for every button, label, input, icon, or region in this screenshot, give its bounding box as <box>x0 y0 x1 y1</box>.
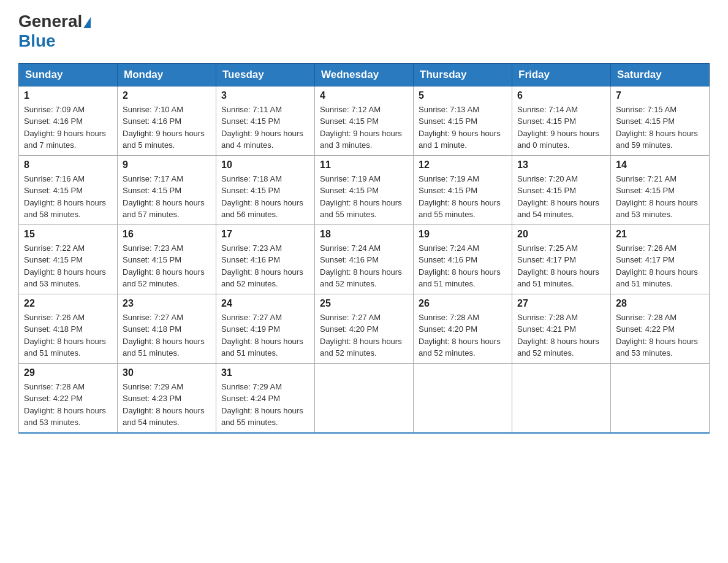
day-cell-25: 25Sunrise: 7:27 AMSunset: 4:20 PMDayligh… <box>315 294 414 363</box>
header-monday: Monday <box>118 63 216 86</box>
header-wednesday: Wednesday <box>315 63 414 86</box>
day-number: 15 <box>24 229 112 240</box>
day-cell-27: 27Sunrise: 7:28 AMSunset: 4:21 PMDayligh… <box>512 294 611 363</box>
day-cell-6: 6Sunrise: 7:14 AMSunset: 4:15 PMDaylight… <box>512 86 611 155</box>
day-cell-5: 5Sunrise: 7:13 AMSunset: 4:15 PMDaylight… <box>414 86 512 155</box>
day-info: Sunrise: 7:28 AMSunset: 4:20 PMDaylight:… <box>419 312 507 359</box>
day-cell-4: 4Sunrise: 7:12 AMSunset: 4:15 PMDaylight… <box>315 86 414 155</box>
day-number: 1 <box>24 90 112 101</box>
week-row-1: 1Sunrise: 7:09 AMSunset: 4:16 PMDaylight… <box>19 86 710 155</box>
empty-cell <box>315 363 414 433</box>
day-number: 11 <box>320 159 408 170</box>
day-number: 30 <box>123 367 211 378</box>
day-info: Sunrise: 7:28 AMSunset: 4:22 PMDaylight:… <box>616 312 704 359</box>
day-number: 10 <box>221 159 309 170</box>
day-number: 23 <box>123 298 211 309</box>
day-info: Sunrise: 7:22 AMSunset: 4:15 PMDaylight:… <box>24 242 112 290</box>
day-cell-17: 17Sunrise: 7:23 AMSunset: 4:16 PMDayligh… <box>216 224 315 294</box>
day-number: 13 <box>517 159 605 170</box>
day-info: Sunrise: 7:28 AMSunset: 4:21 PMDaylight:… <box>517 312 605 359</box>
day-number: 27 <box>517 298 605 309</box>
day-number: 7 <box>616 90 704 101</box>
day-number: 6 <box>517 90 605 101</box>
day-number: 14 <box>616 159 704 170</box>
day-number: 17 <box>221 229 309 240</box>
day-info: Sunrise: 7:27 AMSunset: 4:18 PMDaylight:… <box>123 312 211 359</box>
week-row-5: 29Sunrise: 7:28 AMSunset: 4:22 PMDayligh… <box>19 363 710 433</box>
empty-cell <box>611 363 710 433</box>
day-cell-24: 24Sunrise: 7:27 AMSunset: 4:19 PMDayligh… <box>216 294 315 363</box>
day-cell-30: 30Sunrise: 7:29 AMSunset: 4:23 PMDayligh… <box>118 363 216 433</box>
day-cell-1: 1Sunrise: 7:09 AMSunset: 4:16 PMDaylight… <box>19 86 118 155</box>
day-cell-22: 22Sunrise: 7:26 AMSunset: 4:18 PMDayligh… <box>19 294 118 363</box>
page-header: General Blue <box>18 12 710 51</box>
day-info: Sunrise: 7:24 AMSunset: 4:16 PMDaylight:… <box>320 242 408 290</box>
day-info: Sunrise: 7:26 AMSunset: 4:18 PMDaylight:… <box>24 312 112 359</box>
day-cell-20: 20Sunrise: 7:25 AMSunset: 4:17 PMDayligh… <box>512 224 611 294</box>
logo-line1: General <box>18 12 91 31</box>
week-row-2: 8Sunrise: 7:16 AMSunset: 4:15 PMDaylight… <box>19 155 710 224</box>
day-info: Sunrise: 7:27 AMSunset: 4:20 PMDaylight:… <box>320 312 408 359</box>
day-info: Sunrise: 7:10 AMSunset: 4:16 PMDaylight:… <box>123 104 211 151</box>
day-info: Sunrise: 7:27 AMSunset: 4:19 PMDaylight:… <box>221 312 309 359</box>
day-info: Sunrise: 7:11 AMSunset: 4:15 PMDaylight:… <box>221 104 309 151</box>
week-row-3: 15Sunrise: 7:22 AMSunset: 4:15 PMDayligh… <box>19 224 710 294</box>
day-number: 16 <box>123 229 211 240</box>
day-info: Sunrise: 7:29 AMSunset: 4:24 PMDaylight:… <box>221 381 309 429</box>
day-cell-23: 23Sunrise: 7:27 AMSunset: 4:18 PMDayligh… <box>118 294 216 363</box>
header-friday: Friday <box>512 63 611 86</box>
day-number: 25 <box>320 298 408 309</box>
day-number: 2 <box>123 90 211 101</box>
day-cell-29: 29Sunrise: 7:28 AMSunset: 4:22 PMDayligh… <box>19 363 118 433</box>
day-cell-7: 7Sunrise: 7:15 AMSunset: 4:15 PMDaylight… <box>611 86 710 155</box>
day-info: Sunrise: 7:20 AMSunset: 4:15 PMDaylight:… <box>517 173 605 221</box>
day-number: 18 <box>320 229 408 240</box>
logo: General Blue <box>18 12 91 51</box>
day-cell-12: 12Sunrise: 7:19 AMSunset: 4:15 PMDayligh… <box>414 155 512 224</box>
day-number: 8 <box>24 159 112 170</box>
day-info: Sunrise: 7:19 AMSunset: 4:15 PMDaylight:… <box>419 173 507 221</box>
day-info: Sunrise: 7:15 AMSunset: 4:15 PMDaylight:… <box>616 104 704 151</box>
day-cell-2: 2Sunrise: 7:10 AMSunset: 4:16 PMDaylight… <box>118 86 216 155</box>
day-number: 26 <box>419 298 507 309</box>
day-cell-15: 15Sunrise: 7:22 AMSunset: 4:15 PMDayligh… <box>19 224 118 294</box>
day-cell-10: 10Sunrise: 7:18 AMSunset: 4:15 PMDayligh… <box>216 155 315 224</box>
day-number: 19 <box>419 229 507 240</box>
day-info: Sunrise: 7:14 AMSunset: 4:15 PMDaylight:… <box>517 104 605 151</box>
day-cell-16: 16Sunrise: 7:23 AMSunset: 4:15 PMDayligh… <box>118 224 216 294</box>
header-saturday: Saturday <box>611 63 710 86</box>
day-info: Sunrise: 7:12 AMSunset: 4:15 PMDaylight:… <box>320 104 408 151</box>
day-cell-18: 18Sunrise: 7:24 AMSunset: 4:16 PMDayligh… <box>315 224 414 294</box>
day-number: 31 <box>221 367 309 378</box>
day-info: Sunrise: 7:13 AMSunset: 4:15 PMDaylight:… <box>419 104 507 151</box>
day-info: Sunrise: 7:16 AMSunset: 4:15 PMDaylight:… <box>24 173 112 221</box>
day-info: Sunrise: 7:23 AMSunset: 4:16 PMDaylight:… <box>221 242 309 290</box>
day-number: 5 <box>419 90 507 101</box>
day-number: 28 <box>616 298 704 309</box>
day-info: Sunrise: 7:21 AMSunset: 4:15 PMDaylight:… <box>616 173 704 221</box>
day-info: Sunrise: 7:17 AMSunset: 4:15 PMDaylight:… <box>123 173 211 221</box>
day-info: Sunrise: 7:09 AMSunset: 4:16 PMDaylight:… <box>24 104 112 151</box>
calendar-table: SundayMondayTuesdayWednesdayThursdayFrid… <box>18 63 710 434</box>
calendar-header-row: SundayMondayTuesdayWednesdayThursdayFrid… <box>19 63 710 86</box>
header-thursday: Thursday <box>414 63 512 86</box>
day-cell-28: 28Sunrise: 7:28 AMSunset: 4:22 PMDayligh… <box>611 294 710 363</box>
day-number: 9 <box>123 159 211 170</box>
day-number: 22 <box>24 298 112 309</box>
empty-cell <box>512 363 611 433</box>
header-tuesday: Tuesday <box>216 63 315 86</box>
day-number: 29 <box>24 367 112 378</box>
day-cell-13: 13Sunrise: 7:20 AMSunset: 4:15 PMDayligh… <box>512 155 611 224</box>
day-cell-21: 21Sunrise: 7:26 AMSunset: 4:17 PMDayligh… <box>611 224 710 294</box>
day-info: Sunrise: 7:18 AMSunset: 4:15 PMDaylight:… <box>221 173 309 221</box>
week-row-4: 22Sunrise: 7:26 AMSunset: 4:18 PMDayligh… <box>19 294 710 363</box>
logo-line2: Blue <box>18 31 56 51</box>
day-cell-3: 3Sunrise: 7:11 AMSunset: 4:15 PMDaylight… <box>216 86 315 155</box>
day-info: Sunrise: 7:25 AMSunset: 4:17 PMDaylight:… <box>517 242 605 290</box>
day-number: 24 <box>221 298 309 309</box>
day-cell-31: 31Sunrise: 7:29 AMSunset: 4:24 PMDayligh… <box>216 363 315 433</box>
day-info: Sunrise: 7:24 AMSunset: 4:16 PMDaylight:… <box>419 242 507 290</box>
day-info: Sunrise: 7:23 AMSunset: 4:15 PMDaylight:… <box>123 242 211 290</box>
day-cell-9: 9Sunrise: 7:17 AMSunset: 4:15 PMDaylight… <box>118 155 216 224</box>
day-cell-26: 26Sunrise: 7:28 AMSunset: 4:20 PMDayligh… <box>414 294 512 363</box>
